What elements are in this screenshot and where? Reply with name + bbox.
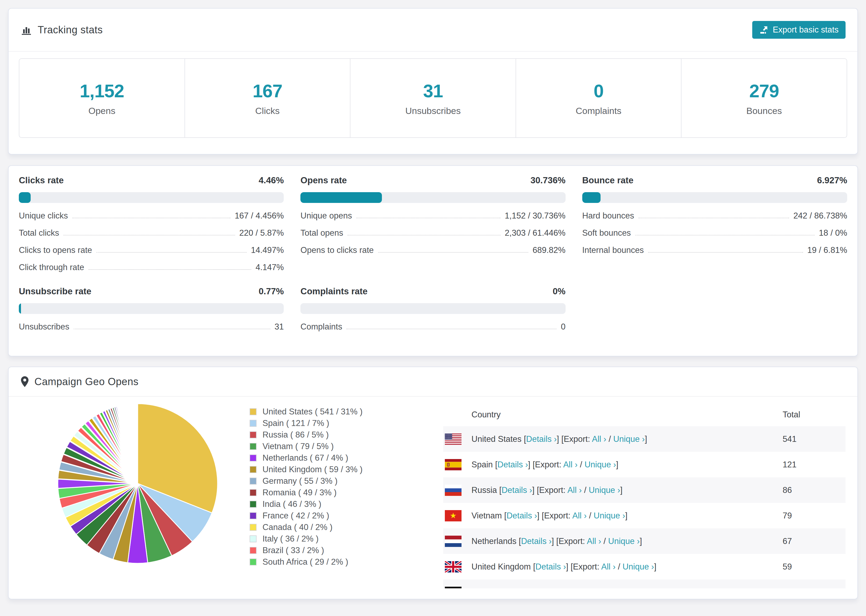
rate-row-opens-to-clicks-rate: Opens to clicks rate689.82% bbox=[301, 245, 565, 255]
link-export-all-united-states[interactable]: All › bbox=[592, 434, 606, 444]
link-export-unique-vietnam[interactable]: Unique › bbox=[594, 511, 625, 520]
legend-item-vietnam[interactable]: Vietnam ( 79 / 5% ) bbox=[250, 440, 416, 452]
rate-row-value: 167 / 4.456% bbox=[235, 211, 284, 221]
rate-title: Bounce rate bbox=[582, 175, 634, 185]
link-export-unique-united-kingdom[interactable]: Unique › bbox=[623, 562, 654, 571]
legend-item-france[interactable]: France ( 42 / 2% ) bbox=[250, 510, 416, 522]
rate-row-unsubscribes: Unsubscribes31 bbox=[19, 322, 284, 332]
link-export-unique-netherlands[interactable]: Unique › bbox=[608, 536, 639, 546]
rate-row-label: Unsubscribes bbox=[19, 322, 69, 332]
link-export-all-spain[interactable]: All › bbox=[563, 460, 578, 469]
rate-row-unique-clicks: Unique clicks167 / 4.456% bbox=[19, 211, 284, 221]
table-row-spain: Spain [Details ›] [Export: All › / Uniqu… bbox=[443, 452, 846, 477]
export-basic-stats-button[interactable]: Export basic stats bbox=[752, 21, 846, 39]
legend-item-south-africa[interactable]: South Africa ( 29 / 2% ) bbox=[250, 556, 416, 567]
link-export-unique-germany[interactable]: Unique › bbox=[598, 588, 629, 589]
table-row-germany: Germany [Details ›] [Export: All › / Uni… bbox=[443, 580, 846, 588]
link-export-all-vietnam[interactable]: All › bbox=[572, 511, 587, 520]
link-export-all-netherlands[interactable]: All › bbox=[587, 536, 601, 546]
geo-table: Country Total United States [Details ›] … bbox=[443, 403, 846, 588]
legend-item-brazil[interactable]: Brazil ( 33 / 2% ) bbox=[250, 545, 416, 556]
progress-bar-complaints-rate bbox=[301, 303, 565, 314]
rate-head-opens-rate: Opens rate30.736% bbox=[301, 175, 565, 185]
legend-label: Netherlands ( 67 / 4% ) bbox=[263, 453, 348, 463]
dotted-leader bbox=[348, 235, 501, 236]
legend-swatch bbox=[250, 443, 257, 450]
legend-item-italy[interactable]: Italy ( 36 / 2% ) bbox=[250, 533, 416, 545]
legend-item-russia[interactable]: Russia ( 86 / 5% ) bbox=[250, 429, 416, 440]
legend-label: Vietnam ( 79 / 5% ) bbox=[263, 442, 334, 451]
link-export-unique-spain[interactable]: Unique › bbox=[584, 460, 616, 469]
stat-label-complaints: Complaints bbox=[576, 105, 622, 116]
rates-card: Clicks rate4.46%Unique clicks167 / 4.456… bbox=[8, 165, 858, 357]
legend-swatch bbox=[250, 431, 257, 438]
country-cell-spain: Spain [Details ›] [Export: All › / Uniqu… bbox=[471, 460, 618, 470]
stat-value-complaints: 0 bbox=[594, 80, 603, 101]
dotted-leader bbox=[378, 252, 529, 253]
rate-row-value: 14.497% bbox=[251, 245, 284, 255]
flag-icon-nl bbox=[445, 536, 461, 547]
geo-opens-pie-chart[interactable] bbox=[57, 403, 218, 564]
legend-swatch bbox=[250, 558, 257, 566]
rate-title: Clicks rate bbox=[19, 175, 64, 185]
rate-row-label: Internal bounces bbox=[582, 245, 644, 255]
rate-block-opens-rate: Opens rate30.736%Unique opens1,152 / 30.… bbox=[301, 175, 565, 272]
total-cell-united-states: 541 bbox=[783, 434, 797, 444]
link-export-all-russia[interactable]: All › bbox=[567, 486, 582, 495]
rate-head-clicks-rate: Clicks rate4.46% bbox=[19, 175, 284, 185]
legend-item-germany[interactable]: Germany ( 55 / 3% ) bbox=[250, 475, 416, 487]
legend-swatch bbox=[250, 420, 257, 427]
rate-row-label: Opens to clicks rate bbox=[301, 245, 373, 255]
legend-item-united-states[interactable]: United States ( 541 / 31% ) bbox=[250, 406, 416, 417]
total-cell-germany: 55 bbox=[783, 588, 792, 589]
legend-label: Brazil ( 33 / 2% ) bbox=[263, 545, 324, 555]
rate-title: Opens rate bbox=[301, 175, 347, 185]
legend-item-romania[interactable]: Romania ( 49 / 3% ) bbox=[250, 487, 416, 498]
rate-row-label: Unique opens bbox=[301, 211, 352, 221]
location-pin-icon bbox=[20, 376, 29, 388]
rate-row-complaints: Complaints0 bbox=[301, 322, 565, 332]
dotted-leader bbox=[63, 235, 235, 236]
country-cell-russia: Russia [Details ›] [Export: All › / Uniq… bbox=[471, 486, 623, 495]
legend-swatch bbox=[250, 489, 257, 496]
table-row-vietnam: ★Vietnam [Details ›] [Export: All › / Un… bbox=[443, 503, 846, 528]
rate-rows: Unsubscribes31 bbox=[19, 322, 284, 332]
rate-head-bounce-rate: Bounce rate6.927% bbox=[582, 175, 847, 185]
total-cell-russia: 86 bbox=[783, 486, 792, 495]
legend-item-canada[interactable]: Canada ( 40 / 2% ) bbox=[250, 522, 416, 533]
legend-swatch bbox=[250, 466, 257, 473]
legend-item-united-kingdom[interactable]: United Kingdom ( 59 / 3% ) bbox=[250, 464, 416, 475]
tracking-stats-header: Tracking stats Export basic stats bbox=[9, 9, 857, 51]
legend-swatch bbox=[250, 408, 257, 415]
legend-label: Romania ( 49 / 3% ) bbox=[263, 488, 337, 498]
link-details-russia[interactable]: Details › bbox=[502, 486, 532, 495]
link-details-spain[interactable]: Details › bbox=[498, 460, 528, 469]
total-cell-united-kingdom: 59 bbox=[783, 562, 792, 572]
rate-row-label: Complaints bbox=[301, 322, 342, 332]
legend-item-spain[interactable]: Spain ( 121 / 7% ) bbox=[250, 417, 416, 429]
rate-block-clicks-rate: Clicks rate4.46%Unique clicks167 / 4.456… bbox=[19, 175, 284, 272]
rate-rows: Complaints0 bbox=[301, 322, 565, 332]
link-export-unique-united-states[interactable]: Unique › bbox=[613, 434, 645, 444]
legend-swatch bbox=[250, 524, 257, 531]
rate-value: 0.77% bbox=[259, 286, 284, 297]
bar-chart-icon bbox=[20, 24, 32, 36]
link-export-unique-russia[interactable]: Unique › bbox=[589, 486, 620, 495]
legend-label: Canada ( 40 / 2% ) bbox=[263, 522, 332, 532]
legend-item-india[interactable]: India ( 46 / 3% ) bbox=[250, 498, 416, 510]
flag-icon-es bbox=[445, 459, 461, 470]
link-details-vietnam[interactable]: Details › bbox=[506, 511, 537, 520]
rate-row-clicks-to-opens-rate: Clicks to opens rate14.497% bbox=[19, 245, 284, 255]
link-details-germany[interactable]: Details › bbox=[510, 588, 541, 589]
link-export-all-germany[interactable]: All › bbox=[576, 588, 590, 589]
column-header-country: Country bbox=[471, 410, 501, 420]
link-details-united-kingdom[interactable]: Details › bbox=[535, 562, 566, 571]
link-details-netherlands[interactable]: Details › bbox=[521, 536, 552, 546]
rate-row-unique-opens: Unique opens1,152 / 30.736% bbox=[301, 211, 565, 221]
export-button-label: Export basic stats bbox=[773, 25, 839, 35]
link-export-all-united-kingdom[interactable]: All › bbox=[601, 562, 615, 571]
legend-item-netherlands[interactable]: Netherlands ( 67 / 4% ) bbox=[250, 452, 416, 464]
stat-value-clicks: 167 bbox=[252, 80, 282, 101]
rate-block-complaints-rate: Complaints rate0%Complaints0 bbox=[301, 286, 565, 332]
link-details-united-states[interactable]: Details › bbox=[526, 434, 557, 444]
